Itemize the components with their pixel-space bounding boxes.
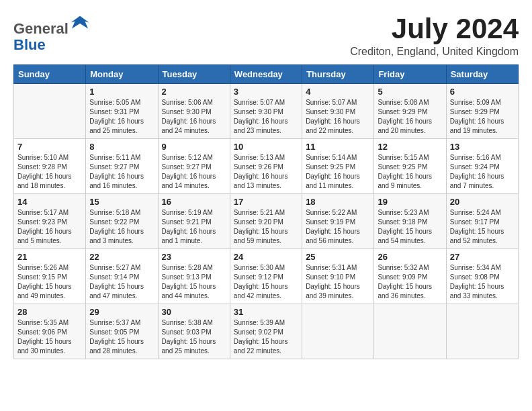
- calendar-cell: 26 Sunrise: 5:32 AM Sunset: 9:09 PM Dayl…: [374, 249, 446, 304]
- calendar-cell: 21 Sunrise: 5:26 AM Sunset: 9:15 PM Dayl…: [14, 249, 86, 304]
- day-info: Sunrise: 5:22 AM Sunset: 9:19 PM Dayligh…: [306, 208, 370, 246]
- day-number: 14: [17, 197, 82, 207]
- day-number: 27: [450, 252, 515, 262]
- calendar-cell: 30 Sunrise: 5:38 AM Sunset: 9:03 PM Dayl…: [158, 304, 230, 359]
- col-header-friday: Friday: [374, 65, 446, 84]
- page-header: General Blue July 2024 Crediton, England…: [13, 13, 519, 58]
- calendar-cell: 28 Sunrise: 5:35 AM Sunset: 9:06 PM Dayl…: [14, 304, 86, 359]
- day-number: 23: [162, 252, 226, 262]
- day-number: 24: [234, 252, 298, 262]
- day-number: 31: [234, 307, 298, 317]
- logo-bird-icon: [70, 13, 90, 34]
- day-number: 25: [306, 252, 370, 262]
- day-info: Sunrise: 5:09 AM Sunset: 9:29 PM Dayligh…: [450, 98, 515, 136]
- calendar-cell: 4 Sunrise: 5:07 AM Sunset: 9:30 PM Dayli…: [302, 84, 374, 139]
- day-info: Sunrise: 5:10 AM Sunset: 9:28 PM Dayligh…: [17, 153, 82, 191]
- title-block: July 2024 Crediton, England, United King…: [350, 13, 519, 58]
- day-info: Sunrise: 5:06 AM Sunset: 9:30 PM Dayligh…: [162, 98, 226, 136]
- day-info: Sunrise: 5:39 AM Sunset: 9:02 PM Dayligh…: [234, 318, 298, 356]
- day-info: Sunrise: 5:17 AM Sunset: 9:23 PM Dayligh…: [17, 208, 82, 246]
- day-number: 6: [450, 87, 515, 97]
- day-info: Sunrise: 5:07 AM Sunset: 9:30 PM Dayligh…: [234, 98, 298, 136]
- day-number: 10: [234, 142, 298, 152]
- day-info: Sunrise: 5:13 AM Sunset: 9:26 PM Dayligh…: [234, 153, 298, 191]
- day-info: Sunrise: 5:19 AM Sunset: 9:21 PM Dayligh…: [162, 208, 226, 246]
- calendar-cell: [302, 304, 374, 359]
- day-info: Sunrise: 5:26 AM Sunset: 9:15 PM Dayligh…: [17, 263, 82, 301]
- day-info: Sunrise: 5:35 AM Sunset: 9:06 PM Dayligh…: [17, 318, 82, 356]
- calendar-cell: 15 Sunrise: 5:18 AM Sunset: 9:22 PM Dayl…: [86, 194, 158, 249]
- calendar-cell: 18 Sunrise: 5:22 AM Sunset: 9:19 PM Dayl…: [302, 194, 374, 249]
- day-number: 9: [162, 142, 226, 152]
- calendar-cell: 24 Sunrise: 5:30 AM Sunset: 9:12 PM Dayl…: [230, 249, 302, 304]
- day-info: Sunrise: 5:12 AM Sunset: 9:27 PM Dayligh…: [162, 153, 226, 191]
- day-number: 7: [17, 142, 82, 152]
- calendar-cell: 10 Sunrise: 5:13 AM Sunset: 9:26 PM Dayl…: [230, 139, 302, 194]
- day-number: 20: [450, 197, 515, 207]
- calendar-cell: 17 Sunrise: 5:21 AM Sunset: 9:20 PM Dayl…: [230, 194, 302, 249]
- day-info: Sunrise: 5:37 AM Sunset: 9:05 PM Dayligh…: [89, 318, 154, 356]
- day-number: 13: [450, 142, 515, 152]
- day-info: Sunrise: 5:07 AM Sunset: 9:30 PM Dayligh…: [306, 98, 370, 136]
- day-info: Sunrise: 5:05 AM Sunset: 9:31 PM Dayligh…: [89, 98, 154, 136]
- calendar-cell: 1 Sunrise: 5:05 AM Sunset: 9:31 PM Dayli…: [86, 84, 158, 139]
- day-number: 12: [378, 142, 442, 152]
- calendar-cell: 22 Sunrise: 5:27 AM Sunset: 9:14 PM Dayl…: [86, 249, 158, 304]
- day-number: 19: [378, 197, 442, 207]
- day-info: Sunrise: 5:23 AM Sunset: 9:18 PM Dayligh…: [378, 208, 442, 246]
- calendar-cell: 3 Sunrise: 5:07 AM Sunset: 9:30 PM Dayli…: [230, 84, 302, 139]
- day-number: 17: [234, 197, 298, 207]
- calendar-cell: 16 Sunrise: 5:19 AM Sunset: 9:21 PM Dayl…: [158, 194, 230, 249]
- day-info: Sunrise: 5:24 AM Sunset: 9:17 PM Dayligh…: [450, 208, 515, 246]
- day-number: 5: [378, 87, 442, 97]
- calendar-table: SundayMondayTuesdayWednesdayThursdayFrid…: [13, 64, 519, 359]
- day-number: 26: [378, 252, 442, 262]
- day-info: Sunrise: 5:08 AM Sunset: 9:29 PM Dayligh…: [378, 98, 442, 136]
- day-number: 3: [234, 87, 298, 97]
- day-number: 18: [306, 197, 370, 207]
- day-number: 21: [17, 252, 82, 262]
- day-number: 16: [162, 197, 226, 207]
- day-number: 2: [162, 87, 226, 97]
- calendar-cell: 19 Sunrise: 5:23 AM Sunset: 9:18 PM Dayl…: [374, 194, 446, 249]
- col-header-monday: Monday: [86, 65, 158, 84]
- day-number: 1: [89, 87, 154, 97]
- calendar-cell: 7 Sunrise: 5:10 AM Sunset: 9:28 PM Dayli…: [14, 139, 86, 194]
- day-info: Sunrise: 5:34 AM Sunset: 9:08 PM Dayligh…: [450, 263, 515, 301]
- logo-text: General Blue: [13, 13, 90, 53]
- calendar-cell: 14 Sunrise: 5:17 AM Sunset: 9:23 PM Dayl…: [14, 194, 86, 249]
- calendar-cell: [446, 304, 518, 359]
- day-number: 30: [162, 307, 226, 317]
- calendar-cell: 12 Sunrise: 5:15 AM Sunset: 9:25 PM Dayl…: [374, 139, 446, 194]
- day-info: Sunrise: 5:11 AM Sunset: 9:27 PM Dayligh…: [89, 153, 154, 191]
- col-header-tuesday: Tuesday: [158, 65, 230, 84]
- day-number: 8: [89, 142, 154, 152]
- day-info: Sunrise: 5:27 AM Sunset: 9:14 PM Dayligh…: [89, 263, 154, 301]
- day-info: Sunrise: 5:38 AM Sunset: 9:03 PM Dayligh…: [162, 318, 226, 356]
- day-info: Sunrise: 5:30 AM Sunset: 9:12 PM Dayligh…: [234, 263, 298, 301]
- logo: General Blue: [13, 13, 90, 53]
- calendar-cell: 9 Sunrise: 5:12 AM Sunset: 9:27 PM Dayli…: [158, 139, 230, 194]
- calendar-cell: 8 Sunrise: 5:11 AM Sunset: 9:27 PM Dayli…: [86, 139, 158, 194]
- day-number: 29: [89, 307, 154, 317]
- day-info: Sunrise: 5:28 AM Sunset: 9:13 PM Dayligh…: [162, 263, 226, 301]
- day-number: 4: [306, 87, 370, 97]
- day-info: Sunrise: 5:14 AM Sunset: 9:25 PM Dayligh…: [306, 153, 370, 191]
- calendar-cell: 27 Sunrise: 5:34 AM Sunset: 9:08 PM Dayl…: [446, 249, 518, 304]
- day-info: Sunrise: 5:31 AM Sunset: 9:10 PM Dayligh…: [306, 263, 370, 301]
- day-number: 15: [89, 197, 154, 207]
- calendar-cell: 20 Sunrise: 5:24 AM Sunset: 9:17 PM Dayl…: [446, 194, 518, 249]
- col-header-saturday: Saturday: [446, 65, 518, 84]
- calendar-cell: 5 Sunrise: 5:08 AM Sunset: 9:29 PM Dayli…: [374, 84, 446, 139]
- calendar-cell: 25 Sunrise: 5:31 AM Sunset: 9:10 PM Dayl…: [302, 249, 374, 304]
- month-title: July 2024: [350, 13, 519, 44]
- calendar-cell: 2 Sunrise: 5:06 AM Sunset: 9:30 PM Dayli…: [158, 84, 230, 139]
- calendar-cell: 6 Sunrise: 5:09 AM Sunset: 9:29 PM Dayli…: [446, 84, 518, 139]
- day-info: Sunrise: 5:21 AM Sunset: 9:20 PM Dayligh…: [234, 208, 298, 246]
- col-header-wednesday: Wednesday: [230, 65, 302, 84]
- svg-marker-0: [71, 16, 89, 29]
- col-header-thursday: Thursday: [302, 65, 374, 84]
- day-info: Sunrise: 5:18 AM Sunset: 9:22 PM Dayligh…: [89, 208, 154, 246]
- location: Crediton, England, United Kingdom: [350, 46, 519, 58]
- col-header-sunday: Sunday: [14, 65, 86, 84]
